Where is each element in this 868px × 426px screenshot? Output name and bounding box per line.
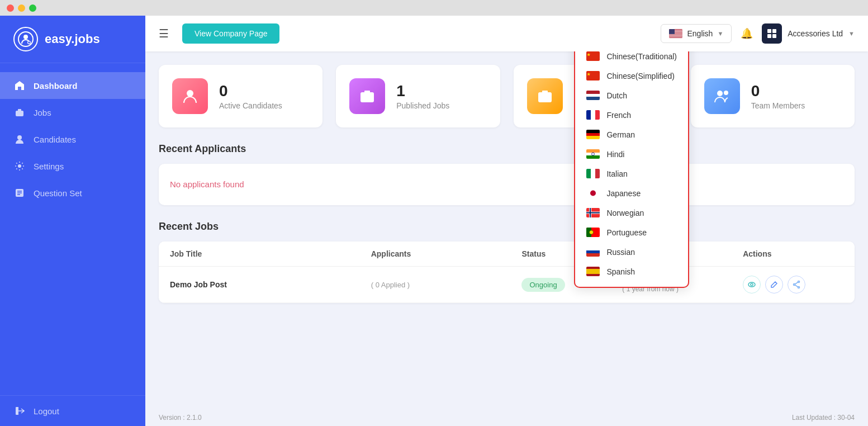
lang-item-french[interactable]: French (575, 105, 688, 125)
lang-item-hindi[interactable]: Hindi (575, 144, 688, 164)
sidebar-item-dashboard[interactable]: Dashboard (0, 72, 145, 99)
candidates-icon (13, 133, 26, 145)
lang-japanese-label: Japanese (606, 189, 641, 198)
stat-card-active-candidates-info: 0 Active Candidates (219, 82, 282, 110)
svg-rect-24 (772, 34, 776, 38)
svg-rect-5 (16, 111, 23, 116)
svg-rect-57 (591, 169, 595, 178)
company-info: Accessories Ltd ▼ (762, 23, 855, 44)
svg-rect-45 (586, 97, 600, 100)
header: ☰ View Company Page (145, 16, 868, 51)
notification-bell-icon[interactable]: 🔔 (741, 27, 753, 40)
logo-icon (13, 27, 38, 51)
lang-item-norwegian[interactable]: Norwegian (575, 203, 688, 223)
lang-russian-label: Russian (606, 248, 635, 257)
svg-rect-19 (669, 37, 682, 37)
lang-item-german[interactable]: German (575, 125, 688, 144)
settings-icon (13, 160, 26, 172)
edit-job-button[interactable] (765, 276, 783, 294)
lang-item-japanese[interactable]: Japanese (575, 183, 688, 203)
question-set-icon (13, 187, 26, 199)
jobs-table: Job Title Applicants Status Deadline Act… (159, 242, 855, 303)
sidebar-item-jobs[interactable]: Jobs (0, 99, 145, 126)
svg-rect-23 (767, 34, 771, 38)
svg-line-35 (795, 282, 798, 284)
col-job-title: Job Title (170, 249, 371, 258)
language-selector[interactable]: English ▼ (661, 24, 732, 43)
svg-rect-56 (586, 169, 591, 178)
svg-point-6 (17, 135, 22, 140)
page-content: 0 Active Candidates 1 Published Jobs (145, 51, 868, 409)
col-applicants: Applicants (371, 249, 522, 258)
svg-point-30 (748, 282, 755, 287)
minimize-dot[interactable] (18, 4, 25, 12)
japanese-flag-icon (586, 188, 600, 198)
close-dot[interactable] (7, 4, 14, 12)
sidebar-item-settings[interactable]: Settings (0, 153, 145, 179)
lang-item-italian[interactable]: Italian (575, 164, 688, 183)
svg-rect-58 (595, 169, 600, 178)
jobs-icon (13, 106, 26, 119)
sidebar-item-settings-label: Settings (34, 162, 64, 171)
published-jobs-number: 1 (396, 82, 449, 100)
share-job-button[interactable] (788, 276, 805, 294)
svg-rect-39 (586, 51, 600, 61)
view-company-button[interactable]: View Company Page (182, 23, 279, 44)
no-applicants-box: No applicants found (159, 164, 855, 205)
stats-row: 0 Active Candidates 1 Published Jobs (159, 65, 855, 127)
lang-item-portuguese[interactable]: Portuguese (575, 223, 688, 242)
lang-item-dutch[interactable]: Dutch (575, 86, 688, 105)
lang-item-russian[interactable]: Russian (575, 242, 688, 262)
svg-rect-21 (767, 29, 771, 33)
stat-card-team-members-info: 0 Team Members (751, 82, 805, 110)
svg-line-36 (795, 285, 798, 287)
lang-item-chinese-traditional[interactable]: Chinese(Traditional) (575, 51, 688, 66)
actions-cell (743, 276, 843, 294)
svg-rect-48 (595, 110, 600, 120)
lang-portuguese-label: Portuguese (606, 228, 647, 237)
company-chevron-icon[interactable]: ▼ (848, 30, 855, 37)
svg-rect-70 (586, 250, 600, 253)
lang-item-spanish[interactable]: Spanish (575, 262, 688, 281)
lang-french-label: French (606, 111, 631, 120)
lang-chinese-traditional-label: Chinese(Traditional) (606, 52, 677, 61)
lang-item-chinese-simplified[interactable]: Chinese(Simplified) (575, 66, 688, 86)
version-bar: Version : 2.1.0 Last Updated : 30-04 (145, 409, 868, 426)
header-right: English ▼ 🔔 Accessories Ltd ▼ (661, 23, 855, 44)
svg-rect-18 (669, 35, 682, 36)
svg-rect-27 (538, 92, 552, 102)
german-flag-icon (586, 130, 600, 139)
stat-card-active-candidates: 0 Active Candidates (159, 65, 322, 127)
svg-point-33 (798, 287, 800, 288)
sidebar-item-candidates[interactable]: Candidates (0, 126, 145, 153)
dutch-flag-icon (586, 91, 600, 100)
svg-rect-52 (586, 149, 600, 153)
lang-chinese-simplified-label: Chinese(Simplified) (606, 72, 674, 81)
sidebar-item-question-set[interactable]: Question Set (0, 179, 145, 206)
svg-rect-54 (586, 155, 600, 159)
logout-button[interactable]: Logout (13, 405, 132, 417)
svg-point-31 (751, 283, 753, 286)
team-members-label: Team Members (751, 101, 805, 110)
published-jobs-label: Published Jobs (396, 101, 449, 110)
hamburger-icon[interactable]: ☰ (159, 27, 169, 40)
logout-label: Logout (34, 406, 59, 416)
chinese-simplified-flag-icon (586, 71, 600, 81)
svg-point-29 (724, 91, 728, 95)
view-job-button[interactable] (743, 276, 761, 294)
svg-rect-49 (586, 130, 600, 133)
svg-rect-65 (586, 212, 600, 214)
italian-flag-icon (586, 169, 600, 178)
svg-rect-50 (586, 133, 600, 136)
svg-point-1 (23, 35, 28, 39)
russian-flag-icon (586, 247, 600, 257)
french-flag-icon (586, 110, 600, 120)
maximize-dot[interactable] (29, 4, 36, 12)
home-icon (13, 79, 26, 92)
lang-hindi-label: Hindi (606, 150, 624, 159)
sidebar: easy.jobs Dashboard Jobs Candidates (0, 16, 145, 426)
draft-jobs-icon-box (527, 78, 563, 114)
team-members-number: 0 (751, 82, 805, 100)
us-flag-icon (669, 29, 682, 38)
lang-german-label: German (606, 130, 635, 139)
